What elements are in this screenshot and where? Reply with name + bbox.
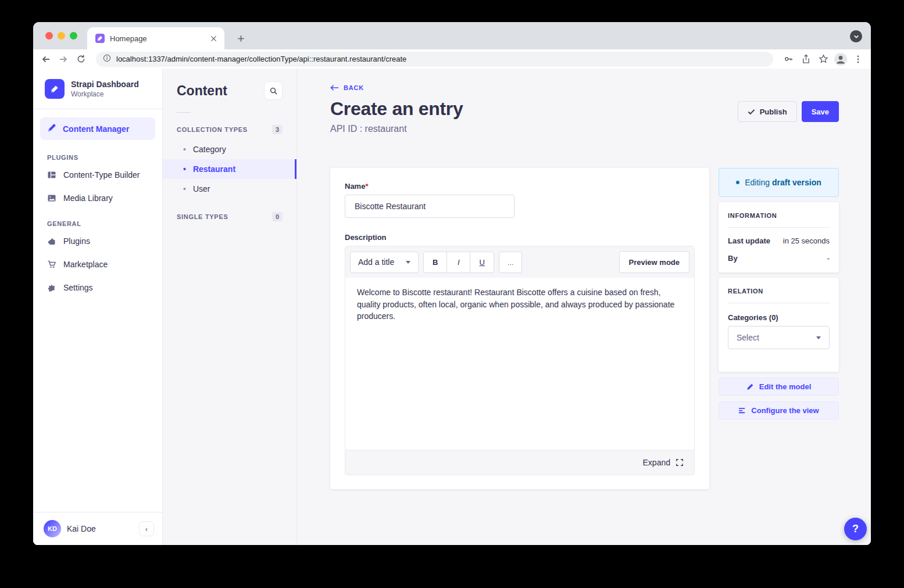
close-window-button[interactable] [45, 32, 53, 40]
main-sidebar: Strapi Dashboard Workplace Content Manag… [33, 69, 163, 545]
collapse-sidebar-button[interactable]: ‹ [139, 521, 154, 536]
more-formatting-button[interactable]: ... [499, 252, 522, 273]
subnav-item-user[interactable]: • User [163, 179, 296, 199]
tab-strip: Homepage [33, 22, 871, 49]
single-types-count-badge: 0 [272, 212, 283, 221]
add-title-dropdown[interactable]: Add a title [350, 252, 419, 273]
share-icon[interactable] [799, 52, 813, 66]
chevron-down-icon [406, 261, 410, 264]
name-input[interactable] [345, 195, 514, 218]
search-button[interactable] [264, 81, 283, 100]
image-icon [47, 193, 56, 203]
browser-menu-icon[interactable] [851, 52, 865, 66]
api-id-subtitle: API ID : restaurant [330, 124, 463, 134]
sidebar-item-settings[interactable]: Settings [33, 276, 162, 299]
sidebar-item-marketplace[interactable]: Marketplace [33, 253, 162, 276]
back-arrow-icon [330, 84, 339, 91]
sidebar-item-content-type-builder[interactable]: Content-Type Builder [33, 163, 162, 187]
categories-select[interactable]: Select [728, 326, 830, 349]
user-profile-row[interactable]: KD Kai Doe ‹ [33, 512, 162, 545]
subnav-item-category[interactable]: • Category [163, 139, 296, 159]
check-icon [748, 109, 755, 115]
divider [177, 112, 191, 113]
window-controls [45, 32, 77, 40]
tab-close-icon[interactable] [208, 33, 219, 44]
back-link[interactable]: BACK [330, 84, 364, 91]
edit-model-button[interactable]: Edit the model [719, 378, 839, 396]
layout-grid-icon [47, 170, 56, 180]
relation-title: RELATION [728, 288, 830, 303]
preview-mode-button[interactable]: Preview mode [619, 251, 689, 273]
tab-title: Homepage [110, 34, 203, 43]
user-name: Kai Doe [67, 524, 133, 533]
password-key-icon[interactable] [781, 52, 795, 66]
draft-dot-icon [736, 181, 739, 184]
description-textarea[interactable]: Welcome to Biscotte restaurant! Restaura… [345, 278, 694, 450]
browser-toolbar: localhost:1337/admin/content-manager/col… [33, 49, 871, 69]
content-subnav: Content COLLECTION TYPES 3 • Category • … [163, 69, 297, 545]
entry-form-card: Name* Description Add a title B I [330, 168, 709, 489]
bullet-icon: • [183, 164, 186, 174]
workspace-title: Strapi Dashboard [71, 80, 139, 89]
bullet-icon: • [183, 184, 186, 193]
main-content: BACK Create an entry API ID : restaurant… [297, 69, 871, 545]
workspace-brand[interactable]: Strapi Dashboard Workplace [33, 69, 162, 109]
chevron-down-icon [816, 336, 821, 339]
tab-search-chevron-icon[interactable] [850, 30, 862, 42]
configure-lines-icon [738, 407, 746, 414]
description-field-label: Description [345, 233, 695, 242]
maximize-window-button[interactable] [70, 32, 77, 40]
bullet-icon: • [183, 145, 186, 154]
required-asterisk: * [365, 182, 368, 191]
site-info-icon[interactable] [103, 54, 111, 64]
rich-text-editor: Add a title B I U ... Preview mode We [345, 246, 695, 475]
gear-icon [47, 283, 56, 292]
browser-window: Homepage localhost:1337/admin/content-ma… [33, 22, 871, 545]
url-bar[interactable]: localhost:1337/admin/content-manager/col… [96, 52, 773, 67]
pen-icon [47, 123, 56, 134]
bold-button[interactable]: B [424, 252, 447, 273]
draft-status-banner: Editing draft version [719, 168, 839, 197]
browser-profile-avatar[interactable] [834, 52, 848, 66]
browser-tab[interactable]: Homepage [87, 27, 224, 49]
workspace-subtitle: Workplace [71, 90, 139, 98]
new-tab-button[interactable] [233, 30, 249, 46]
publish-button[interactable]: Publish [738, 101, 797, 122]
reload-icon[interactable] [74, 52, 88, 66]
name-field-label: Name* [345, 182, 695, 191]
information-card: INFORMATION Last update in 25 seconds By… [719, 202, 839, 273]
minimize-window-button[interactable] [58, 32, 65, 40]
expand-editor-button[interactable]: Expand [345, 450, 694, 475]
help-button[interactable]: ? [844, 518, 867, 540]
url-text[interactable]: localhost:1337/admin/content-manager/col… [116, 55, 406, 63]
entry-aside: Editing draft version INFORMATION Last u… [719, 168, 839, 420]
last-update-row: Last update in 25 seconds [728, 236, 830, 245]
italic-button[interactable]: I [447, 252, 470, 273]
sidebar-section-plugins: PLUGINS [33, 144, 162, 163]
editor-toolbar: Add a title B I U ... Preview mode [345, 246, 694, 278]
back-nav-icon[interactable] [39, 52, 53, 66]
configure-view-button[interactable]: Configure the view [719, 401, 839, 420]
categories-label: Categories (0) [728, 313, 830, 322]
sidebar-item-label: Content Manager [63, 124, 129, 134]
strapi-logo-icon [45, 79, 65, 99]
by-row: By - [728, 254, 830, 263]
save-button[interactable]: Save [802, 101, 839, 122]
user-avatar: KD [44, 520, 61, 537]
bookmark-star-icon[interactable] [816, 52, 830, 66]
search-icon [269, 87, 278, 95]
underline-button[interactable]: U [470, 252, 494, 273]
sidebar-item-media-library[interactable]: Media Library [33, 187, 162, 210]
collection-types-count-badge: 3 [272, 125, 283, 134]
subnav-item-restaurant[interactable]: • Restaurant [163, 159, 296, 179]
pencil-icon [746, 383, 754, 390]
page-title: Create an entry [330, 98, 463, 120]
forward-nav-icon[interactable] [56, 52, 70, 66]
puzzle-icon [47, 236, 56, 246]
strapi-favicon-icon [95, 34, 105, 43]
expand-icon [676, 458, 684, 467]
sidebar-item-plugins[interactable]: Plugins [33, 230, 162, 253]
sidebar-item-content-manager[interactable]: Content Manager [40, 117, 155, 140]
subnav-title: Content [177, 83, 227, 99]
cart-icon [47, 260, 56, 269]
